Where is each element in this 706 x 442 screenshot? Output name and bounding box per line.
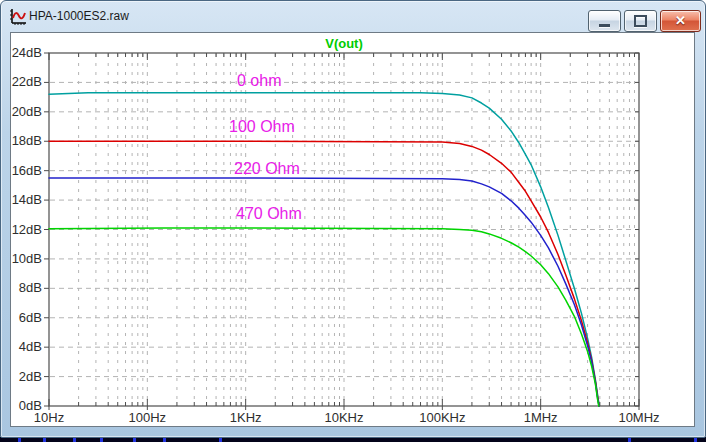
trace-470-ohm [49,228,599,406]
close-icon: ✕ [675,12,686,30]
plot-canvas[interactable] [11,33,696,428]
plot-pane[interactable]: V(out) 0 ohm100 Ohm220 Ohm470 Ohm 24dB22… [10,32,695,427]
y-tick-label: 4dB [11,339,42,354]
trace-100-ohm [49,141,599,406]
close-button[interactable]: ✕ [660,10,701,32]
annotation-label: 470 Ohm [236,205,302,223]
minimize-button[interactable] [588,10,621,32]
y-tick-label: 10dB [11,251,42,266]
maximize-icon [634,15,647,27]
maximize-button[interactable] [624,10,657,32]
plot-window: HPA-1000ES2.raw ✕ V(out) 0 ohm100 Ohm220… [0,0,706,438]
y-tick-label: 14dB [11,192,42,207]
annotation-label: 220 Ohm [234,160,300,178]
y-tick-label: 24dB [11,45,42,60]
annotation-label: 0 ohm [237,72,281,90]
y-tick-label: 22dB [11,74,42,89]
y-tick-label: 2dB [11,369,42,384]
y-tick-label: 12dB [11,222,42,237]
x-tick-label: 100Hz [112,410,182,425]
annotation-label: 100 Ohm [229,118,295,136]
window-title: HPA-1000ES2.raw [29,9,129,23]
y-tick-label: 8dB [11,280,42,295]
x-tick-label: 10KHz [309,410,379,425]
x-tick-label: 10MHz [604,410,674,425]
x-tick-label: 1MHz [506,410,576,425]
waveform-app-icon [9,8,27,26]
y-tick-label: 16dB [11,163,42,178]
y-tick-label: 20dB [11,104,42,119]
title-bar[interactable]: HPA-1000ES2.raw ✕ [1,1,705,32]
y-tick-label: 18dB [11,133,42,148]
x-tick-label: 10Hz [14,410,84,425]
x-tick-label: 1KHz [211,410,281,425]
minimize-icon [599,24,610,27]
x-tick-label: 100KHz [407,410,477,425]
trace-0-ohm [49,93,599,406]
window-controls: ✕ [588,10,701,32]
trace-220-ohm [49,178,599,406]
y-tick-label: 6dB [11,310,42,325]
